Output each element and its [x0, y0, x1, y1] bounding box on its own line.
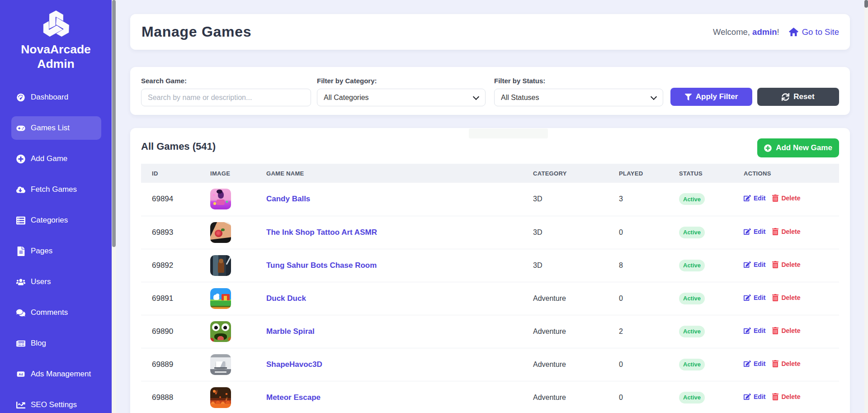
svg-text:Ad: Ad [19, 373, 23, 376]
